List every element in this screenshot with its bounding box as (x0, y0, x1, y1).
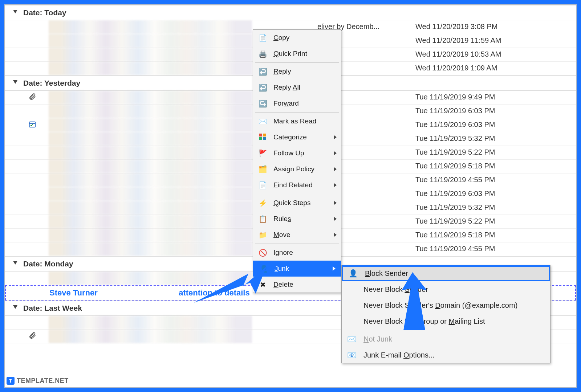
submenu-never-block-sender[interactable]: Never Block SenderNever Block Sender (342, 281, 550, 297)
ctx-mark-read[interactable]: ✉️Mark as ReadMark as Read (253, 113, 341, 129)
submenu-arrow-icon (334, 217, 337, 221)
junk-options-icon: 📧 (347, 350, 356, 360)
block-sender-icon: 👤 (348, 269, 358, 278)
reply-icon: ↩️ (258, 67, 268, 76)
annotation-arrow-icon (391, 272, 434, 330)
ctx-find-related[interactable]: 📄Find RelatedFind Related (253, 177, 341, 193)
mail-date: Tue 11/19/2019 4:55 PM (415, 176, 495, 184)
group-label: Date: Today (23, 8, 66, 17)
watermark: T TEMPLATE.NET (7, 377, 69, 385)
annotation-arrow-icon (194, 266, 267, 303)
group-label: Date: Yesterday (23, 79, 80, 87)
rules-icon: 📋 (258, 214, 268, 224)
svg-rect-3 (263, 134, 266, 136)
svg-rect-5 (263, 137, 266, 140)
ctx-quick-steps[interactable]: ⚡Quick StepsQuick Steps (253, 195, 341, 211)
svg-rect-4 (259, 137, 262, 140)
ctx-move[interactable]: 📁MoveMove (253, 227, 341, 243)
collapse-icon (13, 261, 17, 265)
move-icon: 📁 (258, 230, 268, 240)
submenu-arrow-icon (334, 201, 337, 205)
mail-date: Wed 11/20/2019 1:09 AM (415, 64, 497, 72)
mail-date: Tue 11/19/2019 6:03 PM (415, 121, 495, 129)
template-logo-icon: T (7, 377, 15, 385)
ctx-forward[interactable]: ↪️ForwardForward (253, 95, 341, 111)
reply-all-icon: ↩️ (258, 83, 268, 92)
ctx-quick-print[interactable]: 🖨️Quick PrintQuick Print (253, 46, 341, 62)
junk-submenu: 👤Block SenderBlock Sender Never Block Se… (341, 265, 550, 363)
submenu-block-sender[interactable]: 👤Block SenderBlock Sender (342, 265, 550, 281)
submenu-arrow-icon (334, 233, 337, 237)
submenu-never-block-group[interactable]: Never Block this Group or Mailing ListNe… (342, 313, 550, 329)
mail-date: Tue 11/19/2019 6:03 PM (415, 107, 495, 115)
lightning-icon: ⚡ (258, 198, 268, 208)
not-junk-icon: ✉️ (347, 334, 356, 344)
mail-date: Tue 11/19/2019 5:32 PM (415, 203, 495, 212)
mail-date: Tue 11/19/2019 9:49 PM (415, 93, 495, 101)
svg-marker-6 (194, 266, 267, 303)
attachment-icon (28, 93, 36, 102)
mail-date: Wed 11/20/2019 10:53 AM (415, 50, 501, 58)
watermark-text: TEMPLATE.NET (17, 377, 69, 385)
envelope-icon: ✉️ (258, 117, 268, 126)
ctx-follow-up[interactable]: 🚩Follow UpFollow Up (253, 145, 341, 161)
categorize-icon (258, 132, 268, 142)
collapse-icon (13, 305, 17, 309)
mail-date: Wed 11/20/2019 3:08 PM (415, 23, 497, 31)
flag-icon: 🚩 (258, 148, 268, 158)
ignore-icon: 🚫 (258, 248, 268, 257)
forward-icon: ↪️ (258, 99, 268, 108)
printer-icon: 🖨️ (258, 49, 268, 58)
find-icon: 📄 (258, 180, 268, 190)
ctx-ignore[interactable]: 🚫IgnoreIgnore (253, 245, 341, 261)
calendar-icon (28, 120, 36, 130)
collapse-icon (13, 10, 17, 13)
context-menu: 📄CCopyopy 🖨️Quick PrintQuick Print ↩️Rep… (253, 29, 341, 293)
submenu-junk-options[interactable]: 📧Junk E-mail Options...Junk E-mail Optio… (342, 347, 550, 363)
mail-date: Tue 11/19/2019 5:22 PM (415, 217, 495, 225)
policy-icon: 🗂️ (258, 164, 268, 174)
mail-date: Tue 11/19/2019 5:18 PM (415, 162, 495, 170)
svg-rect-2 (259, 134, 262, 136)
submenu-arrow-icon (334, 135, 337, 139)
mail-date: Tue 11/19/2019 6:03 PM (415, 189, 495, 198)
submenu-arrow-icon (333, 266, 336, 271)
mail-date: Tue 11/19/2019 4:55 PM (415, 245, 495, 253)
mail-date: Wed 11/20/2019 11:59 AM (415, 36, 501, 45)
ctx-assign-policy[interactable]: 🗂️Assign PolicyAssign Policy (253, 161, 341, 177)
attachment-icon (28, 331, 36, 341)
ctx-reply-all[interactable]: ↩️Reply AllReply All (253, 79, 341, 95)
group-today[interactable]: Date: Today (5, 5, 576, 20)
submenu-arrow-icon (334, 151, 337, 155)
submenu-not-junk: ✉️Not JunkNot Junk (342, 331, 550, 347)
submenu-never-block-domain[interactable]: Never Block Sender's Domain (@example.co… (342, 297, 550, 313)
selected-sender: Steve Turner (49, 288, 151, 298)
mail-date: Tue 11/19/2019 5:32 PM (415, 134, 495, 143)
mail-date: Tue 11/19/2019 5:18 PM (415, 231, 495, 239)
ctx-reply[interactable]: ↩️ReplyReply (253, 64, 341, 79)
submenu-arrow-icon (334, 167, 337, 171)
submenu-arrow-icon (334, 183, 337, 187)
group-label: Date: Monday (23, 260, 73, 268)
ctx-categorize[interactable]: CategorizeCategorize (253, 129, 341, 145)
mail-date: Tue 11/19/2019 5:22 PM (415, 148, 495, 156)
svg-marker-7 (402, 272, 427, 330)
collapse-icon (13, 80, 17, 84)
ctx-copy[interactable]: 📄CCopyopy (253, 30, 341, 46)
group-label: Date: Last Week (23, 304, 82, 312)
ctx-rules[interactable]: 📋RulesRules (253, 211, 341, 227)
copy-icon: 📄 (258, 33, 268, 42)
